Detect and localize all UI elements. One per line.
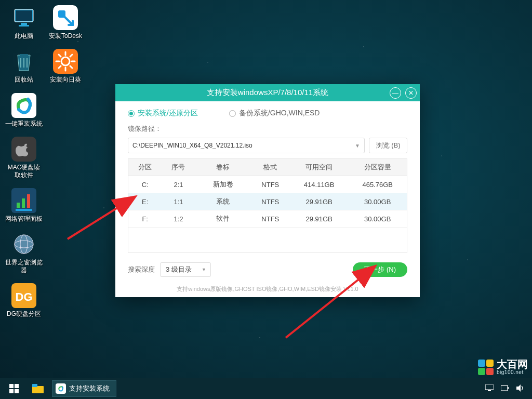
desktop-icon-todesk[interactable]: 安装ToDesk <box>47 5 84 39</box>
desktop-icon-onekey-reinstall[interactable]: 一键重装系统 <box>5 93 43 127</box>
icon-label: 回收站 <box>15 76 33 83</box>
th-index: 序号 <box>162 159 195 176</box>
svg-rect-30 <box>32 386 44 393</box>
svg-point-13 <box>61 57 70 65</box>
svg-line-18 <box>59 55 61 57</box>
table-cell: E: <box>128 193 162 210</box>
table-cell: 29.91GB <box>290 193 349 210</box>
tab-backup[interactable]: 备份系统/GHO,WIN,ESD <box>229 109 320 118</box>
radio-icon <box>229 110 236 117</box>
svg-rect-28 <box>9 389 14 393</box>
table-cell: 30.00GB <box>348 210 407 228</box>
icon-label: 一键重装系统 <box>5 120 43 127</box>
desktop-icon-recycle-bin[interactable]: 回收站 <box>5 49 43 83</box>
desktop-icon-network-panel[interactable]: 网络管理面板 <box>5 188 43 222</box>
browse-button[interactable]: 浏览 (B) <box>369 138 407 153</box>
table-cell: 29.91GB <box>290 210 349 228</box>
search-depth-select[interactable]: 3 级目录 <box>160 262 211 277</box>
installer-window: 支持安装windowsXP/7/8/10/11系统 — ✕ 安装系统/还原分区 … <box>115 84 420 297</box>
desktop-icon-this-pc[interactable]: 此电脑 <box>5 5 43 39</box>
watermark-logo-icon <box>478 360 494 375</box>
partition-table: 分区 序号 卷标 格式 可用空间 分区容量 C:2:1新加卷NTFS414.11… <box>128 158 407 253</box>
svg-rect-34 <box>501 385 508 391</box>
chevron-down-icon[interactable]: ▼ <box>355 143 360 149</box>
titlebar[interactable]: 支持安装windowsXP/7/8/10/11系统 — ✕ <box>115 84 420 101</box>
table-cell: 414.11GB <box>290 176 349 193</box>
tray-monitor-icon[interactable] <box>485 384 494 393</box>
taskbar: 支持安装系统 <box>0 378 532 399</box>
radio-icon <box>128 110 135 117</box>
icon-label: 安装ToDesk <box>49 32 82 39</box>
svg-rect-35 <box>508 387 509 389</box>
table-cell: 30.00GB <box>348 193 407 210</box>
image-path-value: C:\DEEPIN_WIN10_X64_Q8_V2021.12.iso <box>132 142 252 149</box>
search-depth-label: 搜索深度 <box>128 265 155 274</box>
th-total: 分区容量 <box>348 159 407 176</box>
table-cell: 465.76GB <box>348 176 407 193</box>
window-title: 支持安装windowsXP/7/8/10/11系统 <box>207 88 328 98</box>
icon-label: 安装向日葵 <box>50 76 81 83</box>
tray-battery-icon[interactable] <box>501 384 509 393</box>
desktop-icon-diskgenius[interactable]: DG DG硬盘分区 <box>5 283 43 317</box>
icon-label: MAC硬盘读取软件 <box>5 164 43 179</box>
watermark: 大百网 big100.net <box>478 359 528 375</box>
svg-marker-36 <box>516 384 521 392</box>
svg-rect-7 <box>16 209 32 211</box>
svg-rect-29 <box>15 389 19 393</box>
icon-label: DG硬盘分区 <box>7 310 41 317</box>
table-cell: C: <box>128 176 162 193</box>
table-cell: 软件 <box>195 210 251 228</box>
taskbar-task-installer[interactable]: 支持安装系统 <box>52 380 116 397</box>
image-path-input[interactable]: C:\DEEPIN_WIN10_X64_Q8_V2021.12.iso ▼ <box>128 138 365 153</box>
table-cell: NTFS <box>251 210 290 228</box>
desktop-icons-col2: 安装ToDesk 安装向日葵 <box>47 5 84 84</box>
table-cell: 1:2 <box>162 210 195 228</box>
mode-tabs: 安装系统/还原分区 备份系统/GHO,WIN,ESD <box>115 101 420 122</box>
svg-rect-26 <box>9 384 14 388</box>
footer-note: 支持windows原版镜像,GHOST ISO镜像,GHO,WIM,ESD镜像安… <box>115 279 420 297</box>
table-cell: 新加卷 <box>195 176 251 193</box>
tray-volume-icon[interactable] <box>516 384 525 393</box>
start-button[interactable] <box>2 378 26 399</box>
svg-line-19 <box>70 66 72 68</box>
svg-rect-33 <box>488 390 491 391</box>
tab-install-restore[interactable]: 安装系统/还原分区 <box>128 109 198 118</box>
image-path-label: 镜像路径： <box>115 122 420 138</box>
th-partition: 分区 <box>128 159 162 176</box>
file-explorer-button[interactable] <box>26 378 50 399</box>
search-depth-value: 3 级目录 <box>166 265 192 274</box>
svg-rect-5 <box>22 198 25 208</box>
th-free: 可用空间 <box>290 159 349 176</box>
svg-text:DG: DG <box>16 290 33 303</box>
desktop-icon-theworld-browser[interactable]: 世界之窗浏览器 <box>5 232 43 274</box>
table-cell: 1:1 <box>162 193 195 210</box>
next-button[interactable]: 下一步 (N) <box>353 262 407 277</box>
th-label: 卷标 <box>195 159 251 176</box>
table-header-row: 分区 序号 卷标 格式 可用空间 分区容量 <box>128 159 407 176</box>
table-row[interactable]: E:1:1系统NTFS29.91GB30.00GB <box>128 193 407 210</box>
minimize-button[interactable]: — <box>390 87 401 99</box>
th-format: 格式 <box>251 159 290 176</box>
desktop-icons-col1: 此电脑 回收站 一键重装系统 MAC硬盘读取软件 网络管理面板 世界之窗浏览器 … <box>5 5 43 318</box>
tab-label: 安装系统/还原分区 <box>138 109 198 118</box>
desktop-icon-sunlogin[interactable]: 安装向日葵 <box>47 49 84 83</box>
table-cell: F: <box>128 210 162 228</box>
task-label: 支持安装系统 <box>69 384 110 393</box>
svg-rect-32 <box>485 384 494 390</box>
table-row[interactable]: F:1:2软件NTFS29.91GB30.00GB <box>128 210 407 228</box>
tab-label: 备份系统/GHO,WIN,ESD <box>239 109 320 118</box>
close-button[interactable]: ✕ <box>405 87 417 99</box>
table-row[interactable]: C:2:1新加卷NTFS414.11GB465.76GB <box>128 176 407 193</box>
svg-rect-27 <box>15 384 19 388</box>
svg-line-21 <box>70 55 72 57</box>
svg-rect-2 <box>21 23 27 25</box>
task-icon <box>56 383 66 394</box>
icon-label: 世界之窗浏览器 <box>5 259 43 274</box>
icon-label: 网络管理面板 <box>5 215 43 222</box>
svg-rect-4 <box>17 203 20 208</box>
watermark-sub: big100.net <box>497 369 528 375</box>
svg-rect-3 <box>19 25 29 26</box>
svg-rect-31 <box>32 384 37 387</box>
svg-line-20 <box>59 66 61 68</box>
desktop-icon-mac-disk[interactable]: MAC硬盘读取软件 <box>5 137 43 179</box>
